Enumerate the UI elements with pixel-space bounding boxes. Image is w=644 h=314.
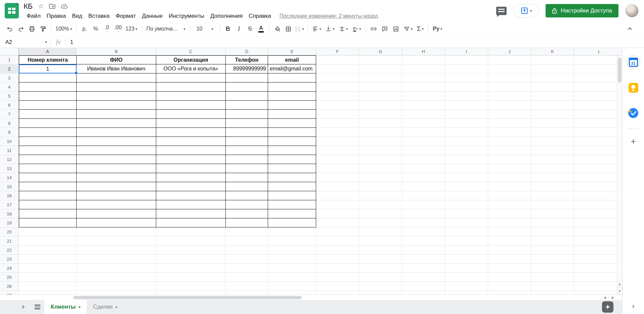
cell-F3[interactable] <box>316 73 359 83</box>
cell-C2[interactable]: ООО «Рога и копыта» <box>156 64 226 73</box>
cell-A10[interactable] <box>19 137 77 146</box>
cell-C18[interactable] <box>156 209 226 218</box>
cell-G21[interactable] <box>359 237 402 246</box>
cell-A17[interactable] <box>19 200 77 209</box>
cell-C13[interactable] <box>156 164 226 173</box>
row-header-23[interactable]: 23 <box>0 255 19 264</box>
cell-K13[interactable] <box>531 164 574 173</box>
cell-B6[interactable] <box>77 101 156 110</box>
cell-E7[interactable] <box>268 110 316 119</box>
cell-H11[interactable] <box>402 146 445 155</box>
cell-F7[interactable] <box>316 110 359 119</box>
redo-button[interactable] <box>15 23 26 35</box>
cell-E18[interactable] <box>268 209 316 218</box>
cell-I25[interactable] <box>445 273 488 282</box>
cell-K25[interactable] <box>531 273 574 282</box>
row-header-4[interactable]: 4 <box>0 83 19 92</box>
cell-J15[interactable] <box>488 182 531 191</box>
cell-J3[interactable] <box>488 73 531 83</box>
cell-J26[interactable] <box>488 282 531 291</box>
cell-A14[interactable] <box>19 173 77 182</box>
cell-C10[interactable] <box>156 137 226 146</box>
cell-B2[interactable]: Иванов Иван Иванович <box>77 64 156 73</box>
get-addons-button[interactable]: + <box>631 137 636 146</box>
cell-K1[interactable] <box>531 55 574 64</box>
cell-D22[interactable] <box>226 246 268 255</box>
cell-L4[interactable] <box>574 83 622 92</box>
scroll-left-button[interactable]: ◀ <box>601 295 609 300</box>
cell-F20[interactable] <box>316 227 359 237</box>
cell-K16[interactable] <box>531 191 574 200</box>
cell-D5[interactable] <box>226 92 268 101</box>
cell-G17[interactable] <box>359 200 402 209</box>
cell-I24[interactable] <box>445 264 488 273</box>
font-family-select[interactable]: По умолча…▾ <box>144 23 187 35</box>
cell-K21[interactable] <box>531 237 574 246</box>
cell-B15[interactable] <box>77 182 156 191</box>
more-formats-button[interactable]: 123▾ <box>123 23 139 35</box>
insert-chart-button[interactable] <box>390 23 401 35</box>
paint-format-button[interactable] <box>37 23 48 35</box>
cell-F13[interactable] <box>316 164 359 173</box>
cell-I10[interactable] <box>445 137 488 146</box>
cell-E9[interactable] <box>268 128 316 137</box>
cell-A1[interactable]: Номер клиента <box>19 55 77 64</box>
cell-H21[interactable] <box>402 237 445 246</box>
input-tools-button[interactable]: Ру▾ <box>431 23 444 35</box>
cell-H20[interactable] <box>402 227 445 237</box>
row-header-22[interactable]: 22 <box>0 246 19 255</box>
cell-C12[interactable] <box>156 155 226 164</box>
cell-B17[interactable] <box>77 200 156 209</box>
menu-help[interactable]: Справка <box>246 12 274 20</box>
cell-E12[interactable] <box>268 155 316 164</box>
cell-B24[interactable] <box>77 264 156 273</box>
cell-B5[interactable] <box>77 92 156 101</box>
cell-F22[interactable] <box>316 246 359 255</box>
cell-E6[interactable] <box>268 101 316 110</box>
cell-B19[interactable] <box>77 218 156 227</box>
cell-I3[interactable] <box>445 73 488 83</box>
cell-E10[interactable] <box>268 137 316 146</box>
cell-L2[interactable] <box>574 64 622 73</box>
menu-view[interactable]: Вид <box>69 12 85 20</box>
cell-D7[interactable] <box>226 110 268 119</box>
cell-G24[interactable] <box>359 264 402 273</box>
cell-J23[interactable] <box>488 255 531 264</box>
cell-K19[interactable] <box>531 218 574 227</box>
cell-I9[interactable] <box>445 128 488 137</box>
cell-E15[interactable] <box>268 182 316 191</box>
cell-L21[interactable] <box>574 237 622 246</box>
cell-D6[interactable] <box>226 101 268 110</box>
hide-toolbar-button[interactable] <box>624 23 635 35</box>
cell-C17[interactable] <box>156 200 226 209</box>
row-header-25[interactable]: 25 <box>0 273 19 282</box>
row-header-1[interactable]: 1 <box>0 55 19 64</box>
cell-D1[interactable]: Телефон <box>226 55 268 64</box>
row-header-13[interactable]: 13 <box>0 164 19 173</box>
cell-H23[interactable] <box>402 255 445 264</box>
cell-H5[interactable] <box>402 92 445 101</box>
cell-D26[interactable] <box>226 282 268 291</box>
cell-B20[interactable] <box>77 227 156 237</box>
cell-F27[interactable] <box>316 291 359 295</box>
star-icon[interactable]: ☆ <box>38 3 44 9</box>
cell-H12[interactable] <box>402 155 445 164</box>
cell-B21[interactable] <box>77 237 156 246</box>
cell-J12[interactable] <box>488 155 531 164</box>
cell-H19[interactable] <box>402 218 445 227</box>
cell-F26[interactable] <box>316 282 359 291</box>
sheet-tab-Клиенты[interactable]: Клиенты▾ <box>44 300 87 314</box>
cell-A22[interactable] <box>19 246 77 255</box>
column-header-C[interactable]: C <box>156 48 226 55</box>
cell-I20[interactable] <box>445 227 488 237</box>
cell-D14[interactable] <box>226 173 268 182</box>
cell-H26[interactable] <box>402 282 445 291</box>
vertical-scrollbar[interactable]: ▲ ▼ <box>617 55 622 295</box>
cell-J17[interactable] <box>488 200 531 209</box>
cell-E14[interactable] <box>268 173 316 182</box>
cell-H3[interactable] <box>402 73 445 83</box>
cell-K9[interactable] <box>531 128 574 137</box>
cell-J6[interactable] <box>488 101 531 110</box>
scroll-down-button[interactable]: ▼ <box>617 287 622 295</box>
cell-J7[interactable] <box>488 110 531 119</box>
